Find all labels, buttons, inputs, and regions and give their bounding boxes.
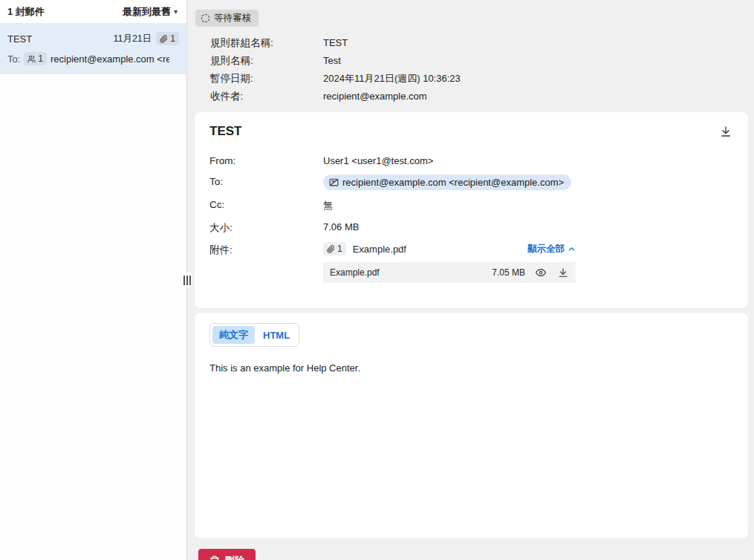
cc-value: 無 xyxy=(323,198,333,212)
attachments-count-value: 1 xyxy=(337,244,342,254)
attachments-summary: 1 Example.pdf 顯示全部 xyxy=(323,242,576,255)
meta-row-recipient: 收件者: recipient@example.com xyxy=(210,91,748,102)
rule-group-label: 規則群組名稱: xyxy=(210,37,323,48)
email-item-recipient-row: To: 1 recipient@example.com <rec⋯ xyxy=(7,52,179,65)
field-row-attachments: 附件: 1 Example.pdf 顯示全部 xyxy=(209,242,733,283)
recipient-value: recipient@example.com xyxy=(323,91,427,102)
attachment-count-value: 1 xyxy=(170,33,175,44)
attachment-file-name: Example.pdf xyxy=(330,267,380,278)
suspend-date-label: 暫停日期: xyxy=(210,73,323,84)
message-body-card: 純文字 HTML This is an example for Help Cen… xyxy=(195,313,748,538)
email-list-sidebar: 1 封郵件 最新到最舊 ▾ TEST 11月21日 1 To: xyxy=(0,0,187,560)
rule-name-label: 規則名稱: xyxy=(210,55,323,66)
recipient-chip-label: recipient@example.com <recipient@example… xyxy=(342,177,564,188)
rule-group-value: TEST xyxy=(323,37,348,48)
recipient-count-value: 1 xyxy=(38,53,43,64)
download-message-button[interactable] xyxy=(718,124,733,139)
people-icon xyxy=(27,55,36,63)
pending-circle-icon xyxy=(201,14,209,22)
meta-row-rule-group: 規則群組名稱: TEST xyxy=(210,37,748,48)
field-row-cc: Cc: 無 xyxy=(209,198,733,212)
field-row-size: 大小: 7.06 MB xyxy=(209,220,733,235)
chevron-up-icon xyxy=(568,245,576,253)
suspend-date-value: 2024年11月21日(週四) 10:36:23 xyxy=(323,73,461,84)
email-subject: TEST xyxy=(7,33,32,45)
status-badge: 等待審核 xyxy=(195,10,259,27)
recipient-preview: recipient@example.com <rec⋯ xyxy=(51,53,169,65)
review-panel: 等待審核 規則群組名稱: TEST 規則名稱: Test 暫停日期: 2024年… xyxy=(187,0,754,560)
attachments-label: 附件: xyxy=(209,242,323,257)
email-date: 11月21日 xyxy=(113,33,152,45)
size-label: 大小: xyxy=(209,220,323,235)
quarantine-review-app: 1 封郵件 最新到最舊 ▾ TEST 11月21日 1 To: xyxy=(0,0,754,560)
paperclip-icon xyxy=(327,245,335,253)
attachment-file-size: 7.05 MB xyxy=(492,267,525,278)
attachment-summary-name: Example.pdf xyxy=(353,244,406,255)
attachment-row-actions: 7.05 MB xyxy=(492,266,570,279)
message-title: TEST xyxy=(209,124,241,139)
from-label: From: xyxy=(209,154,323,166)
email-list-header: 1 封郵件 最新到最舊 ▾ xyxy=(0,0,186,23)
meta-row-suspend-date: 暫停日期: 2024年11月21日(週四) 10:36:23 xyxy=(210,73,748,84)
eye-icon xyxy=(536,267,546,278)
sort-dropdown[interactable]: 最新到最舊 ▾ xyxy=(123,5,178,19)
message-card: TEST From: User1 <user1@test.com> To: re… xyxy=(195,112,748,308)
rule-metadata: 規則群組名稱: TEST 規則名稱: Test 暫停日期: 2024年11月21… xyxy=(210,37,748,102)
message-card-header: TEST xyxy=(209,124,733,139)
recipient-chip[interactable]: recipient@example.com <recipient@example… xyxy=(323,175,571,190)
body-format-tabs: 純文字 HTML xyxy=(209,323,299,347)
email-count-label: 1 封郵件 xyxy=(7,5,45,19)
to-label: To: xyxy=(209,175,323,187)
message-fields: From: User1 <user1@test.com> To: recipie… xyxy=(209,154,733,283)
show-all-attachments-button[interactable]: 顯示全部 xyxy=(527,243,576,255)
email-item-meta: 11月21日 1 xyxy=(113,32,179,45)
download-icon xyxy=(558,267,568,278)
meta-row-rule-name: 規則名稱: Test xyxy=(210,55,748,66)
field-row-from: From: User1 <user1@test.com> xyxy=(209,154,733,167)
paperclip-icon xyxy=(160,35,168,43)
field-row-to: To: recipient@example.com <recipient@exa… xyxy=(209,175,733,190)
status-badge-label: 等待審核 xyxy=(214,12,251,25)
show-all-label: 顯示全部 xyxy=(527,243,565,255)
download-icon xyxy=(720,126,732,137)
cc-label: Cc: xyxy=(209,198,323,210)
recipient-label: 收件者: xyxy=(210,91,323,102)
caret-down-icon: ▾ xyxy=(174,7,178,16)
sort-dropdown-label: 最新到最舊 xyxy=(123,5,171,19)
preview-attachment-button[interactable] xyxy=(534,266,547,279)
attachment-row: Example.pdf 7.05 MB xyxy=(323,262,576,283)
rule-name-value: Test xyxy=(323,55,341,66)
attachments-area: 1 Example.pdf 顯示全部 Example.pdf xyxy=(323,242,576,283)
recipient-count-badge: 1 xyxy=(24,52,47,65)
tab-plain-text[interactable]: 純文字 xyxy=(212,326,255,344)
attachments-count-badge: 1 xyxy=(323,242,346,255)
delete-button-label: 刪除 xyxy=(225,554,244,560)
attachments-summary-left: 1 Example.pdf xyxy=(323,242,406,255)
email-item-top-row: TEST 11月21日 1 xyxy=(7,32,179,45)
attachment-count-badge: 1 xyxy=(156,32,179,45)
delete-button[interactable]: 刪除 xyxy=(198,549,256,560)
contact-card-icon xyxy=(329,178,339,187)
tab-html[interactable]: HTML xyxy=(256,326,296,344)
trash-icon xyxy=(209,556,220,560)
to-prefix-label: To: xyxy=(7,53,20,65)
email-list-item[interactable]: TEST 11月21日 1 To: 1 recipient@example.co… xyxy=(0,23,186,74)
download-attachment-button[interactable] xyxy=(556,266,570,279)
message-body-text: This is an example for Help Center. xyxy=(209,362,733,374)
panel-splitter[interactable] xyxy=(182,273,192,287)
size-value: 7.06 MB xyxy=(323,220,359,232)
from-value: User1 <user1@test.com> xyxy=(323,154,433,166)
